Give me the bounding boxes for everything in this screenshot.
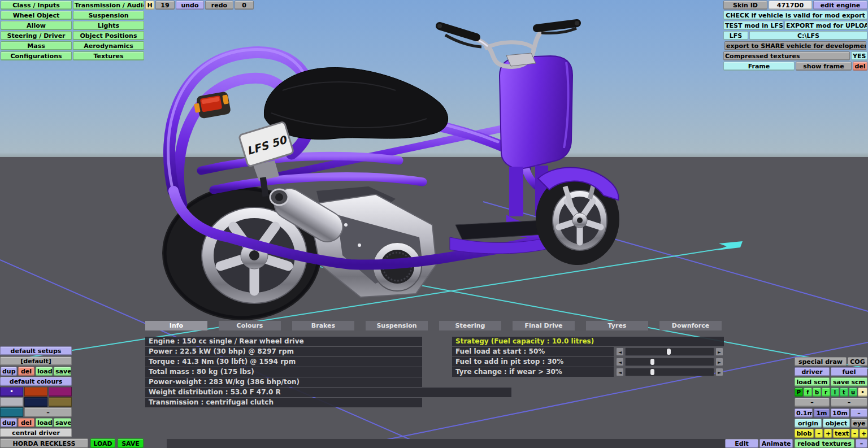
skin-id-label[interactable]: Skin ID bbox=[723, 1, 767, 10]
colour-swatch-4[interactable] bbox=[0, 397, 23, 407]
menu-mass[interactable]: Mass bbox=[1, 41, 72, 50]
blob-minus-button[interactable]: – bbox=[815, 429, 823, 438]
tab-downforce[interactable]: Downforce bbox=[659, 321, 722, 330]
menu-aerodynamics[interactable]: Aerodynamics bbox=[73, 41, 144, 50]
tab-final-drive[interactable]: Final Drive bbox=[513, 321, 575, 330]
load-scm-button[interactable]: load scm bbox=[795, 377, 830, 386]
fuel-load-slider[interactable] bbox=[625, 347, 714, 356]
redo-button[interactable]: redo bbox=[205, 1, 233, 10]
setup-save-button[interactable]: save bbox=[54, 367, 71, 376]
reload-textures-button[interactable]: reload textures bbox=[795, 439, 854, 448]
fuel-add-decrease[interactable]: ◄ bbox=[616, 358, 624, 366]
eye-button[interactable]: eye bbox=[851, 419, 867, 428]
blob-button[interactable]: blob bbox=[795, 429, 814, 438]
tyre-change-decrease[interactable]: ◄ bbox=[616, 368, 624, 376]
animate-mode-button[interactable]: Animate bbox=[760, 439, 793, 448]
menu-allow[interactable]: Allow bbox=[1, 21, 72, 30]
menu-textures[interactable]: Textures bbox=[73, 51, 144, 60]
skin-id-value[interactable]: 4717D0 bbox=[769, 1, 812, 10]
colour-del-button[interactable]: del bbox=[18, 418, 34, 427]
colour-minus-button[interactable]: – bbox=[24, 407, 72, 417]
cog-button[interactable]: COG bbox=[848, 357, 867, 366]
fuel-load-decrease[interactable]: ◄ bbox=[616, 347, 624, 356]
menu-configurations[interactable]: Configurations bbox=[1, 51, 72, 60]
vehicle-name[interactable]: HORDA RECKLESS bbox=[0, 438, 88, 448]
scale-01m-button[interactable]: 0.1m bbox=[795, 408, 813, 417]
toggle-r-button[interactable]: r bbox=[822, 388, 830, 397]
central-driver-button[interactable]: central driver bbox=[0, 428, 72, 437]
colour-swatch-7[interactable] bbox=[0, 407, 23, 417]
toggle-t-button[interactable]: t bbox=[840, 388, 848, 397]
tab-tyres[interactable]: Tyres bbox=[586, 321, 648, 330]
text-button[interactable]: text bbox=[833, 429, 850, 438]
share-button[interactable]: export to SHARE vehicle for development bbox=[724, 41, 866, 50]
setup-del-button[interactable]: del bbox=[18, 367, 34, 376]
setup-default-item[interactable]: [default] bbox=[0, 356, 72, 366]
menu-suspension[interactable]: Suspension bbox=[73, 11, 144, 20]
setup-load-button[interactable]: load bbox=[36, 367, 53, 376]
lfs-button[interactable]: LFS bbox=[723, 31, 748, 40]
edit-mode-button[interactable]: Edit bbox=[725, 439, 758, 448]
frame-button[interactable]: Frame bbox=[723, 62, 795, 71]
tab-info[interactable]: Info bbox=[145, 321, 207, 330]
frame-del-button[interactable]: del bbox=[853, 62, 867, 71]
colour-dup-button[interactable]: dup bbox=[1, 418, 17, 427]
driver-button[interactable]: driver bbox=[795, 367, 830, 376]
export-upload-button[interactable]: EXPORT mod for UPLOAD bbox=[784, 21, 867, 30]
tyre-change-slider[interactable] bbox=[625, 368, 714, 376]
tab-colours[interactable]: Colours bbox=[219, 321, 281, 330]
edit-engine-button[interactable]: edit engine bbox=[813, 1, 867, 10]
colour-swatch-5[interactable] bbox=[24, 397, 47, 407]
special-draw-button[interactable]: special draw bbox=[795, 357, 847, 366]
tab-suspension[interactable]: Suspension bbox=[366, 321, 428, 330]
colour-swatch-6[interactable] bbox=[49, 397, 72, 407]
menu-lights[interactable]: Lights bbox=[73, 21, 144, 30]
colour-swatch-1[interactable]: • bbox=[0, 387, 23, 397]
text-minus-button[interactable]: – bbox=[851, 429, 858, 438]
origin-button[interactable]: origin bbox=[795, 419, 822, 428]
fuel-load-thumb[interactable] bbox=[667, 349, 671, 355]
fuel-load-increase[interactable]: ► bbox=[715, 347, 723, 356]
tab-brakes[interactable]: Brakes bbox=[292, 321, 354, 330]
tyre-change-increase[interactable]: ► bbox=[715, 368, 723, 376]
dash-button-1[interactable]: – bbox=[795, 398, 830, 407]
show-frame-button[interactable]: show frame bbox=[796, 62, 852, 71]
scale-10m-button[interactable]: 10m bbox=[831, 408, 849, 417]
test-mod-button[interactable]: TEST mod in LFS bbox=[723, 21, 783, 30]
toggle-p-button[interactable]: P bbox=[795, 388, 803, 397]
reload-dash-button[interactable]: – bbox=[856, 439, 867, 448]
toggle-l-button[interactable]: l bbox=[831, 388, 839, 397]
menu-object-positions[interactable]: Object Positions bbox=[73, 31, 144, 40]
dash-button-2[interactable]: – bbox=[831, 398, 867, 407]
colour-swatch-3[interactable] bbox=[49, 387, 72, 397]
colour-load-button[interactable]: load bbox=[36, 418, 53, 427]
tab-steering[interactable]: Steering bbox=[439, 321, 501, 330]
fuel-button[interactable]: fuel bbox=[831, 367, 867, 376]
history-h-button[interactable]: H bbox=[145, 1, 154, 10]
fuel-add-thumb[interactable] bbox=[650, 359, 654, 365]
menu-wheel-object[interactable]: Wheel Object bbox=[1, 11, 72, 20]
default-setups-header[interactable]: default setups bbox=[0, 346, 72, 355]
lfs-path[interactable]: C:\LFS bbox=[749, 31, 867, 40]
scale-1m-button[interactable]: 1m bbox=[814, 408, 830, 417]
blob-plus-button[interactable]: + bbox=[824, 429, 832, 438]
save-scm-button[interactable]: save scm bbox=[831, 377, 867, 386]
vehicle-load-button[interactable]: LOAD bbox=[90, 438, 115, 448]
colour-swatch-2[interactable] bbox=[24, 387, 47, 397]
default-colours-header[interactable]: default colours bbox=[0, 377, 72, 386]
toggle-b-button[interactable]: b bbox=[813, 388, 821, 397]
setup-dup-button[interactable]: dup bbox=[1, 367, 17, 376]
fuel-add-slider[interactable] bbox=[625, 358, 714, 366]
toggle-u-button[interactable]: u bbox=[849, 388, 857, 397]
colour-save-button[interactable]: save bbox=[54, 418, 71, 427]
toggle-f-button[interactable]: f bbox=[804, 388, 812, 397]
menu-transmission-audio[interactable]: Transmission / Audio bbox=[73, 1, 144, 10]
toggle-dot-button[interactable]: • bbox=[858, 388, 867, 397]
menu-steering-driver[interactable]: Steering / Driver bbox=[1, 31, 72, 40]
fuel-add-increase[interactable]: ► bbox=[715, 358, 723, 366]
menu-class-inputs[interactable]: Class / Inputs bbox=[1, 1, 72, 10]
text-plus-button[interactable]: + bbox=[860, 429, 867, 438]
object-button[interactable]: object bbox=[823, 419, 850, 428]
tyre-change-thumb[interactable] bbox=[650, 369, 654, 375]
compressed-yes-toggle[interactable]: YES bbox=[851, 51, 867, 60]
